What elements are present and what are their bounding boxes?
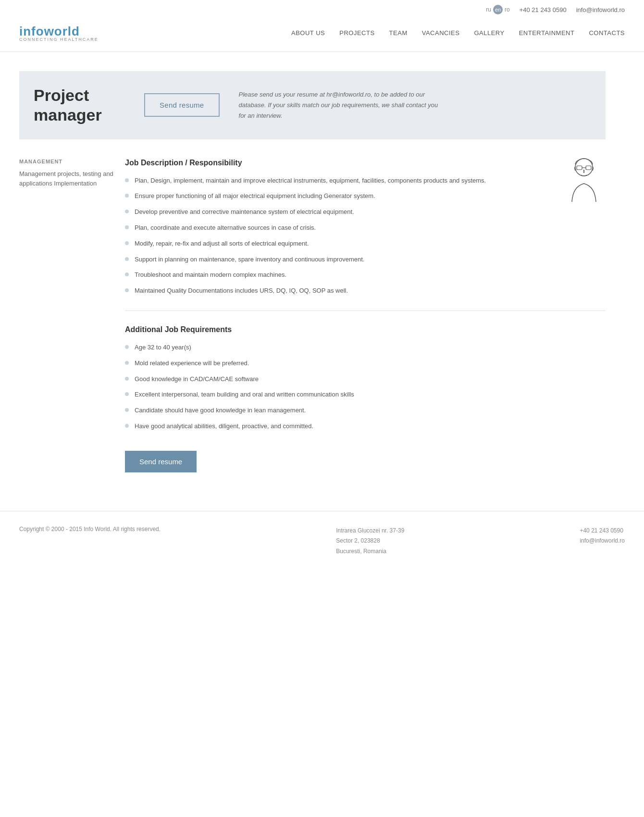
bullet-dot	[125, 345, 129, 349]
additional-requirements-title: Additional Job Requirements	[125, 325, 606, 334]
list-item: Modify, repair, re-fix and adjust all so…	[125, 239, 606, 249]
sidebar: MANAGEMENT Management projects, testing …	[19, 159, 115, 472]
bullet-dot	[125, 194, 129, 198]
svg-rect-2	[586, 166, 591, 170]
lang-ro[interactable]: ro	[505, 6, 510, 13]
bullet-dot	[125, 272, 129, 276]
hero-title-area: Project manager	[19, 71, 125, 139]
top-bar: ru en ro +40 21 243 0590 info@infoworld.…	[0, 0, 644, 19]
nav-team[interactable]: TEAM	[389, 29, 408, 37]
list-item: Age 32 to 40 year(s)	[125, 343, 606, 353]
nav-about-us[interactable]: ABOUT US	[291, 29, 325, 37]
job-description-title: Job Description / Responsibility	[125, 159, 606, 167]
footer-contact: +40 21 243 0590 info@infoworld.ro	[580, 526, 625, 546]
list-item: Ensure proper functioning of all major e…	[125, 191, 606, 201]
page-title: Project manager	[34, 86, 102, 125]
list-item: Develop preventive and corrective mainte…	[125, 207, 606, 217]
bullet-dot	[125, 408, 129, 412]
svg-rect-1	[577, 166, 582, 170]
list-item: Good knowledge in CAD/CAM/CAE software	[125, 374, 606, 384]
bullet-dot	[125, 288, 129, 292]
bullet-dot	[125, 424, 129, 428]
bullet-dot	[125, 257, 129, 261]
responsibilities-list: Plan, Design, implement, maintain and im…	[125, 176, 606, 296]
bullet-dot	[125, 178, 129, 182]
list-item: Candidate should have good knowledge in …	[125, 406, 606, 416]
list-item: Plan, Design, implement, maintain and im…	[125, 176, 606, 186]
section-divider	[125, 310, 606, 311]
nav-entertainment[interactable]: ENTERTAINMENT	[519, 29, 575, 37]
list-item: Maintained Quality Documentations includ…	[125, 286, 606, 296]
bullet-dot	[125, 225, 129, 229]
hero-description: Please send us your resume at hr@infowor…	[239, 89, 441, 121]
bullet-dot	[125, 377, 129, 381]
bullet-dot	[125, 241, 129, 245]
top-email: info@infoworld.ro	[576, 6, 625, 13]
footer-copyright: Copyright © 2000 - 2015 Info World. All …	[19, 526, 161, 532]
hero-cta: Send resume Please send us your resume a…	[125, 71, 606, 139]
nav-projects[interactable]: PROJECTS	[339, 29, 374, 37]
nav-vacancies[interactable]: VACANCIES	[422, 29, 460, 37]
content-area: MANAGEMENT Management projects, testing …	[19, 159, 606, 472]
nav-contacts[interactable]: CONTACTS	[589, 29, 625, 37]
logo-tagline: CONNECTING HEALTHCARE	[19, 37, 99, 42]
lang-en[interactable]: en	[493, 5, 503, 14]
list-item: Support in planning on maintenance, spar…	[125, 255, 606, 265]
requirements-list: Age 32 to 40 year(s)Mold related experie…	[125, 343, 606, 432]
footer: Copyright © 2000 - 2015 Info World. All …	[0, 511, 644, 571]
job-details: Job Description / Responsibility Plan, D…	[125, 159, 606, 472]
send-resume-button-top[interactable]: Send resume	[144, 93, 220, 117]
list-item: Plan, coordinate and execute alternative…	[125, 223, 606, 233]
list-item: Excellent interpersonal, team building a…	[125, 390, 606, 400]
send-resume-button-bottom[interactable]: Send resume	[125, 451, 197, 472]
list-item: Have good analytical abilities, diligent…	[125, 421, 606, 432]
footer-address: Intrarea Glucozei nr. 37-39 Sector 2, 02…	[336, 526, 404, 557]
header: infoworld CONNECTING HEALTHCARE ABOUT US…	[0, 19, 644, 52]
avatar-area	[562, 154, 606, 203]
main-content: Project manager Send resume Please send …	[0, 71, 625, 472]
language-switcher: ru en ro	[486, 5, 509, 14]
sidebar-description: Management projects, testing and applica…	[19, 169, 115, 189]
bullet-dot	[125, 210, 129, 213]
avatar	[562, 154, 606, 202]
list-item: Troubleshoot and maintain modern complex…	[125, 270, 606, 280]
main-nav: ABOUT US PROJECTS TEAM VACANCIES GALLERY…	[291, 29, 625, 37]
top-phone: +40 21 243 0590	[520, 6, 567, 13]
sidebar-category: MANAGEMENT	[19, 159, 115, 164]
list-item: Mold related experience will be preferre…	[125, 359, 606, 369]
nav-gallery[interactable]: GALLERY	[474, 29, 504, 37]
logo: infoworld CONNECTING HEALTHCARE	[19, 24, 99, 42]
lang-ru[interactable]: ru	[486, 6, 491, 13]
bullet-dot	[125, 392, 129, 396]
bullet-dot	[125, 361, 129, 365]
hero-section: Project manager Send resume Please send …	[19, 71, 606, 139]
